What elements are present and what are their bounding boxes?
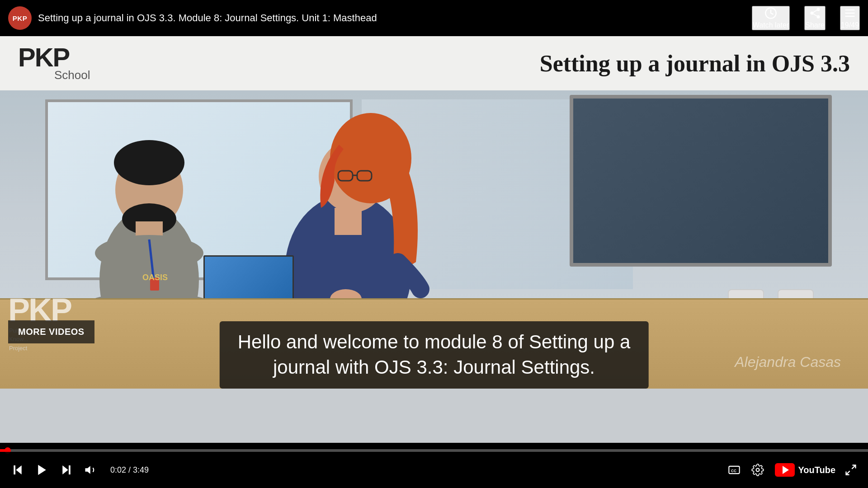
svg-marker-27 <box>38 465 46 475</box>
subtitle-overlay: Hello and welcome to module 8 of Setting… <box>220 321 649 389</box>
svg-line-35 <box>846 471 850 474</box>
time-display: 0:02 / 3:49 <box>110 465 149 475</box>
svg-point-33 <box>756 469 760 472</box>
watch-later-label: Watch later <box>753 21 789 29</box>
youtube-icon <box>775 463 795 477</box>
svg-rect-26 <box>14 465 15 474</box>
controls-bar: 0:02 / 3:49 CC YouTube <box>0 452 868 488</box>
playlist-icon <box>844 7 856 19</box>
top-bar-controls: Watch later Share 19/49 <box>752 6 860 30</box>
pkp-logo: PKP <box>8 6 32 30</box>
playlist-button[interactable]: 19/49 <box>840 6 860 30</box>
share-icon <box>809 7 821 19</box>
video-inner-header: PKP School Setting up a journal in OJS 3… <box>0 36 868 90</box>
top-bar: PKP Setting up a journal in OJS 3.3. Mod… <box>0 0 868 36</box>
skip-forward-button[interactable] <box>58 461 75 479</box>
more-videos-button[interactable]: MORE VIDEOS <box>8 320 94 343</box>
video-inner-title: Setting up a journal in OJS 3.3 <box>90 50 850 77</box>
svg-text:CC: CC <box>731 469 736 473</box>
youtube-text: YouTube <box>798 465 835 475</box>
svg-marker-25 <box>16 465 22 474</box>
svg-marker-28 <box>62 465 68 474</box>
volume-button[interactable] <box>82 461 99 479</box>
wall-monitor <box>570 95 832 267</box>
watch-later-button[interactable]: Watch later <box>752 6 790 30</box>
svg-point-6 <box>114 140 184 185</box>
cc-icon: CC <box>728 464 741 476</box>
clock-icon <box>764 7 777 19</box>
settings-button[interactable] <box>750 462 766 478</box>
svg-text:OASIS: OASIS <box>142 273 168 282</box>
pkp-logo-text: PKP <box>13 14 27 22</box>
play-button[interactable] <box>33 461 51 479</box>
share-button[interactable]: Share <box>804 6 826 30</box>
pkp-school-pkp-text: PKP <box>18 46 90 69</box>
svg-line-34 <box>852 465 855 469</box>
share-label: Share <box>805 21 825 29</box>
svg-marker-30 <box>85 466 90 474</box>
video-counter: 19/49 <box>841 21 859 29</box>
skip-start-icon <box>11 463 24 477</box>
youtube-logo: YouTube <box>775 463 835 477</box>
pkp-school-logo: PKP School <box>18 46 90 81</box>
subtitle-line1: Hello and welcome to module 8 of Setting… <box>238 331 631 352</box>
fullscreen-icon <box>844 464 857 476</box>
video-frame: PKP School Setting up a journal in OJS 3… <box>0 36 868 443</box>
svg-rect-29 <box>69 465 71 474</box>
subtitle-line2: journal with OJS 3.3: Journal Settings. <box>273 357 595 378</box>
play-icon <box>35 463 49 477</box>
video-title: Setting up a journal in OJS 3.3. Module … <box>38 12 752 24</box>
fullscreen-button[interactable] <box>843 462 859 478</box>
gear-icon <box>751 464 764 476</box>
wall-monitor-screen <box>573 99 828 263</box>
skip-forward-icon <box>60 463 73 477</box>
presenter-credit: Alejandra Casas <box>735 354 841 371</box>
closed-captions-button[interactable]: CC <box>726 462 742 478</box>
skip-to-start-button[interactable] <box>9 461 26 479</box>
volume-icon <box>84 463 98 477</box>
pkp-school-school-text: School <box>54 69 90 81</box>
